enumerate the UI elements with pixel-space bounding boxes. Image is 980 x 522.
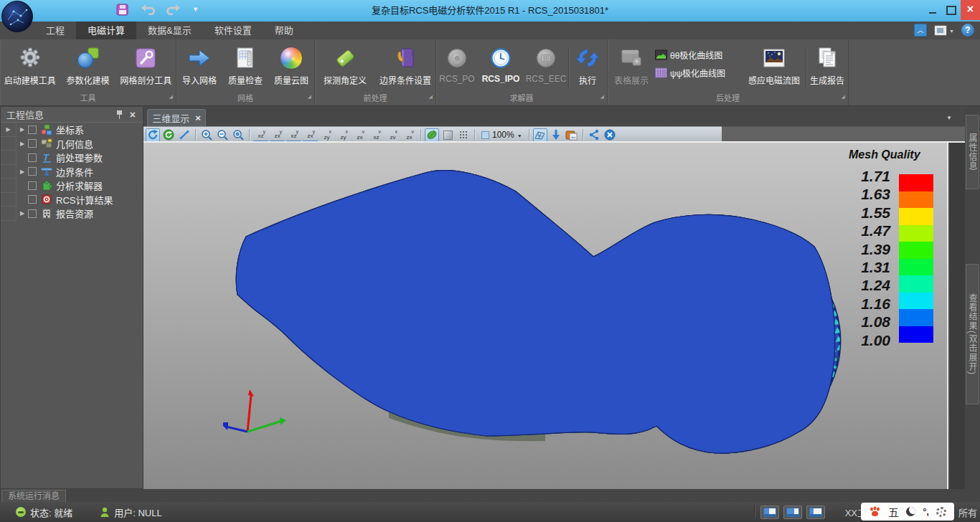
view-orientation-button-6[interactable]: zyx bbox=[336, 128, 351, 142]
view-orientation-button-3[interactable]: xzy bbox=[286, 128, 301, 142]
import-mesh-button[interactable]: 导入网格 bbox=[176, 42, 222, 92]
tree-item-rcs-result[interactable]: RCS计算结果 bbox=[17, 193, 143, 207]
tree-item-coordinate-system[interactable]: 坐标系 bbox=[17, 123, 143, 137]
view-orientation-button-7[interactable]: zxv bbox=[352, 128, 367, 142]
zoom-fit-button[interactable] bbox=[231, 128, 245, 142]
rcs-eec-button[interactable]: RCS_EEC bbox=[524, 42, 568, 92]
table-display-button[interactable]: 表格展示 bbox=[608, 42, 655, 92]
collapse-ribbon-button[interactable] bbox=[914, 24, 927, 37]
ime-settings-gear-icon[interactable] bbox=[936, 507, 946, 517]
close-panel-icon[interactable] bbox=[130, 109, 136, 120]
pan-view-button[interactable] bbox=[177, 128, 192, 142]
undo-button[interactable] bbox=[141, 2, 155, 16]
probe-angle-define-button[interactable]: 探测角定义 bbox=[315, 42, 375, 92]
tab-view-results[interactable]: 查看结果(双击展开) bbox=[966, 264, 979, 404]
view-orientation-button-5[interactable]: zyx bbox=[319, 128, 334, 142]
zoom-level-control[interactable]: 100% bbox=[479, 130, 525, 140]
tree-item-geometry-info[interactable]: 几何信息 bbox=[17, 137, 143, 151]
quality-check-button[interactable]: 质量检查 bbox=[222, 42, 268, 92]
view-orientation-button-8[interactable]: xzv bbox=[369, 128, 384, 142]
spin-view-button[interactable] bbox=[161, 128, 176, 142]
link-views-button[interactable] bbox=[587, 128, 601, 142]
flat-mode-button[interactable] bbox=[440, 128, 455, 142]
zoom-in-button[interactable] bbox=[199, 128, 214, 142]
expand-arrow-icon[interactable] bbox=[17, 141, 28, 147]
maximize-button[interactable] bbox=[942, 0, 961, 20]
layout-button-1[interactable] bbox=[760, 506, 779, 519]
expand-arrow-icon[interactable] bbox=[17, 169, 28, 175]
view-orientation-button-9[interactable]: zvx bbox=[385, 128, 400, 142]
dialog-launcher-icon[interactable]: ◢ bbox=[600, 91, 604, 103]
rcs-ipo-button[interactable]: RCS_IPO bbox=[478, 42, 524, 92]
launch-modeling-tools-button[interactable]: 启动建模工具 bbox=[0, 42, 60, 92]
generate-report-button[interactable]: 生成报告 bbox=[806, 42, 848, 92]
dialog-launcher-icon[interactable]: ◢ bbox=[308, 91, 311, 103]
viewport-3d[interactable]: Mesh Quality 1.711.63 1.551.47 1.391.31 … bbox=[143, 143, 948, 489]
close-button[interactable] bbox=[961, 0, 980, 20]
show-mesh-button[interactable] bbox=[533, 128, 547, 142]
ime-mode-button[interactable]: 五 bbox=[888, 504, 899, 519]
tab-list-dropdown-button[interactable] bbox=[946, 112, 952, 122]
wireframe-mode-button[interactable] bbox=[456, 128, 471, 142]
tree-item-preprocess-params[interactable]: T 前处理参数 bbox=[17, 151, 143, 165]
style-switch-button[interactable] bbox=[934, 25, 954, 36]
dialog-launcher-icon[interactable]: ◢ bbox=[842, 91, 845, 103]
layout-button-2[interactable] bbox=[783, 506, 802, 519]
mesh-partition-tools-button[interactable]: 网格剖分工具 bbox=[116, 42, 176, 92]
theta-polarization-curve-button[interactable]: θθ极化曲线图 bbox=[655, 48, 743, 61]
checkbox[interactable] bbox=[28, 195, 37, 204]
menu-tab-data-display[interactable]: 数据&显示 bbox=[136, 22, 203, 39]
boundary-condition-settings-button[interactable]: 边界条件设置 bbox=[375, 42, 435, 92]
redo-button[interactable] bbox=[166, 2, 181, 16]
view-orientation-button-10[interactable]: zxv bbox=[402, 128, 417, 142]
checkbox[interactable] bbox=[28, 167, 37, 176]
execute-button[interactable]: 执行 bbox=[569, 42, 606, 92]
save-view-button[interactable] bbox=[549, 128, 563, 142]
expand-arrow-icon[interactable] bbox=[3, 126, 14, 133]
view-orientation-button-2[interactable]: zxy bbox=[270, 128, 285, 142]
dialog-launcher-icon[interactable]: ◢ bbox=[169, 91, 173, 103]
rcs-po-button[interactable]: RCS_PO bbox=[436, 42, 478, 92]
psi-polarization-curve-button[interactable]: ψψ极化曲线图 bbox=[655, 66, 743, 79]
checkbox[interactable] bbox=[28, 125, 37, 134]
ime-punctuation-button[interactable]: °, bbox=[923, 506, 929, 517]
help-button[interactable] bbox=[961, 24, 974, 37]
save-button[interactable] bbox=[115, 2, 129, 16]
tab-3d-display[interactable]: 三维显示 bbox=[147, 109, 206, 126]
dialog-launcher-icon[interactable]: ◢ bbox=[429, 91, 433, 103]
layout-button-3[interactable] bbox=[806, 506, 825, 519]
checkbox[interactable] bbox=[28, 139, 37, 148]
parametric-modeling-button[interactable]: 参数化建模 bbox=[60, 42, 116, 92]
tab-system-messages[interactable]: 系统运行消息 bbox=[1, 490, 66, 502]
tab-property-info[interactable]: 属性信息 bbox=[966, 115, 979, 189]
rotate-view-button[interactable] bbox=[146, 128, 160, 142]
checkbox[interactable] bbox=[28, 153, 37, 162]
expand-arrow-icon[interactable] bbox=[17, 210, 28, 217]
app-logo[interactable] bbox=[1, 1, 33, 32]
tree-item-boundary-condition[interactable]: 边界条件 bbox=[17, 165, 143, 179]
minimize-button[interactable] bbox=[923, 0, 942, 20]
quick-access-dropdown[interactable]: ▼ bbox=[192, 6, 199, 13]
view-orientation-button-1[interactable]: xzy bbox=[253, 128, 268, 142]
ime-paw-icon[interactable] bbox=[869, 506, 881, 517]
tree-item-report-resource[interactable]: 报告资源 bbox=[17, 207, 143, 221]
shaded-mode-button[interactable] bbox=[425, 128, 439, 142]
close-tab-icon[interactable] bbox=[195, 113, 201, 123]
induction-current-map-button[interactable]: 感应电磁流图 bbox=[743, 42, 806, 92]
ime-toolbar[interactable]: 五 °, bbox=[861, 503, 954, 521]
ime-moon-icon[interactable] bbox=[906, 507, 915, 516]
menu-tab-project[interactable]: 工程 bbox=[34, 22, 76, 39]
menu-tab-em-compute[interactable]: 电磁计算 bbox=[76, 22, 136, 39]
expand-arrow-icon[interactable] bbox=[17, 126, 28, 133]
view-orientation-button-4[interactable]: zxy bbox=[303, 128, 318, 142]
menu-tab-help[interactable]: 帮助 bbox=[263, 22, 305, 39]
pin-icon[interactable] bbox=[116, 110, 123, 119]
capture-view-button[interactable] bbox=[565, 128, 579, 142]
checkbox[interactable] bbox=[28, 181, 37, 190]
checkbox[interactable] bbox=[28, 209, 37, 218]
tree-item-solver[interactable]: 分析求解器 bbox=[17, 179, 143, 193]
zoom-out-button[interactable] bbox=[215, 128, 230, 142]
close-view-button[interactable] bbox=[603, 128, 617, 142]
quality-cloudmap-button[interactable]: 质量云图 bbox=[268, 42, 314, 92]
menu-tab-settings[interactable]: 软件设置 bbox=[203, 22, 263, 39]
